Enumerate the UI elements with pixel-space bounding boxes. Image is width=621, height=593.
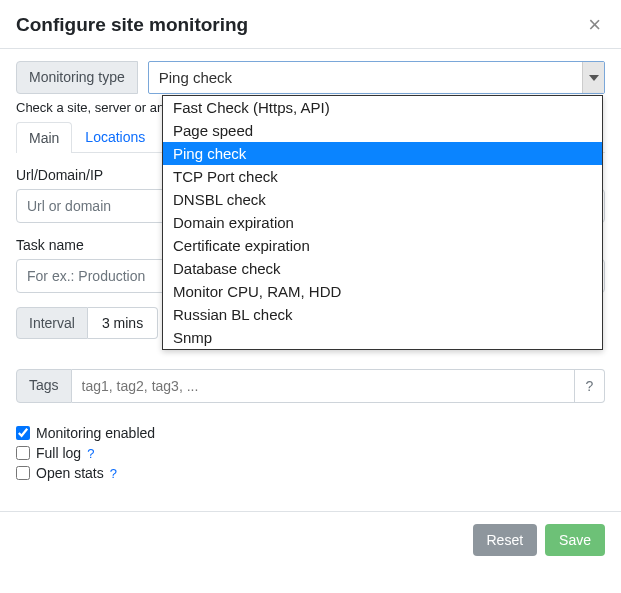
tags-input[interactable] [72,369,575,403]
chevron-down-icon [582,62,604,93]
monitoring-enabled-row[interactable]: Monitoring enabled [16,423,605,443]
monitoring-type-row: Monitoring type Ping check [16,61,605,94]
tags-row: Tags ? [16,369,605,403]
dialog-title: Configure site monitoring [16,14,248,36]
monitoring-type-option[interactable]: Monitor CPU, RAM, HDD [163,280,602,303]
interval-value[interactable]: 3 mins [88,307,158,339]
dialog-footer: Reset Save [0,511,621,568]
monitoring-enabled-checkbox[interactable] [16,426,30,440]
configure-site-monitoring-dialog: Configure site monitoring × Monitoring t… [0,0,621,568]
interval-label: Interval [16,307,88,339]
monitoring-type-value: Ping check [159,69,232,86]
monitoring-type-option[interactable]: Page speed [163,119,602,142]
open-stats-row[interactable]: Open stats ? [16,463,605,483]
tab-locations[interactable]: Locations [72,121,158,152]
monitoring-type-option[interactable]: DNSBL check [163,188,602,211]
monitoring-type-option[interactable]: Domain expiration [163,211,602,234]
open-stats-checkbox[interactable] [16,466,30,480]
full-log-label: Full log [36,445,81,461]
full-log-help-icon[interactable]: ? [87,446,94,461]
checkbox-group: Monitoring enabled Full log ? Open stats… [16,423,605,483]
monitoring-type-option[interactable]: Fast Check (Https, API) [163,96,602,119]
monitoring-type-select[interactable]: Ping check [148,61,605,94]
open-stats-help-icon[interactable]: ? [110,466,117,481]
monitoring-type-option[interactable]: Russian BL check [163,303,602,326]
full-log-row[interactable]: Full log ? [16,443,605,463]
reset-button[interactable]: Reset [473,524,538,556]
open-stats-label: Open stats [36,465,104,481]
tags-help-button[interactable]: ? [575,369,605,403]
close-icon[interactable]: × [584,14,605,36]
monitoring-type-option[interactable]: TCP Port check [163,165,602,188]
dialog-body: Monitoring type Ping check Check a site,… [0,49,621,483]
monitoring-type-dropdown[interactable]: Fast Check (Https, API)Page speedPing ch… [162,95,603,350]
full-log-checkbox[interactable] [16,446,30,460]
save-button[interactable]: Save [545,524,605,556]
dialog-header: Configure site monitoring × [0,0,621,49]
monitoring-type-option[interactable]: Ping check [163,142,602,165]
tags-label: Tags [16,369,72,403]
monitoring-type-option[interactable]: Certificate expiration [163,234,602,257]
tab-main[interactable]: Main [16,122,72,153]
monitoring-enabled-label: Monitoring enabled [36,425,155,441]
monitoring-type-label: Monitoring type [16,61,138,94]
monitoring-type-option[interactable]: Snmp [163,326,602,349]
monitoring-type-option[interactable]: Database check [163,257,602,280]
